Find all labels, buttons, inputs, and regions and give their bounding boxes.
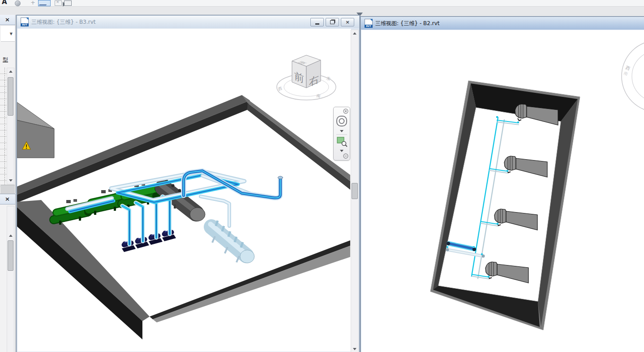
properties-footer-band (0, 185, 15, 194)
rvt-file-icon: RVT (21, 17, 29, 26)
browser-panel-titlebar[interactable]: × (0, 194, 15, 204)
font-tool-icon[interactable]: A (2, 0, 7, 6)
b2-viewcube-compass-partial[interactable]: 西 南 (622, 40, 644, 112)
project-browser-panel-clipped: × (0, 194, 16, 352)
delete-region-tool-icon[interactable]: × (55, 0, 62, 6)
viewcube[interactable]: 西 南 东 顶 前 右 (277, 55, 336, 100)
add-tool-icon[interactable]: + (30, 0, 35, 6)
restore-button[interactable] (326, 18, 339, 26)
scroll-down-button[interactable] (7, 177, 14, 184)
b2-3d-viewport[interactable]: 西 南 (361, 30, 644, 352)
rvt-badge: RVT (365, 25, 373, 28)
rvt-badge: RVT (21, 23, 29, 26)
b3-3d-viewport[interactable]: 西 南 东 顶 前 右 (17, 30, 351, 352)
close-button[interactable]: × (341, 18, 354, 26)
compass-south-label[interactable]: 南 (316, 93, 321, 99)
b3-titlebar[interactable]: RVT 三维视图: {三维} - B3.rvt × (17, 16, 359, 28)
scrollbar-thumb[interactable] (8, 240, 13, 271)
page-fold-icon (26, 17, 29, 20)
b2-compass-label-2: 南 (623, 71, 628, 77)
b2-titlebar[interactable]: RVT 三维视图: {三维} - B2.rvt (361, 17, 644, 30)
b2-window-title: 三维视图: {三维} - B2.rvt (375, 20, 440, 27)
zoom-menu-chevron[interactable] (340, 150, 343, 152)
compass-east-label[interactable]: 东 (325, 75, 331, 82)
compass-west-label[interactable]: 西 (278, 86, 283, 91)
paste-region-tool-icon[interactable] (64, 0, 72, 6)
b2-compass-label: 西 (625, 65, 631, 71)
scroll-up-button[interactable] (351, 30, 358, 37)
measure-tool-icon-selected[interactable] (38, 0, 51, 6)
property-grid-rows (0, 68, 7, 191)
b3-vertical-scrollbar[interactable] (351, 30, 359, 352)
rvt-file-icon: RVT (365, 19, 373, 28)
wheel-menu-chevron[interactable] (340, 130, 343, 132)
edit-type-link[interactable]: 型 (3, 56, 8, 64)
type-selector-combobox[interactable]: ▼ (1, 26, 15, 42)
page-fold-icon (370, 19, 373, 22)
scroll-up-button[interactable] (7, 232, 14, 239)
properties-close-button[interactable]: × (3, 16, 12, 23)
property-grid-divider (4, 68, 5, 191)
ribbon-toolbar-clipped: A + × (0, 0, 644, 7)
zoom-tool-icon[interactable] (337, 137, 347, 147)
navbar-collapse-icon[interactable] (343, 154, 348, 158)
properties-panel-clipped: × ▼ 型 (0, 15, 16, 193)
minimize-button[interactable] (310, 18, 324, 26)
browser-close-button[interactable]: × (3, 195, 12, 203)
properties-panel-titlebar[interactable]: × (0, 15, 15, 25)
scrollbar-thumb[interactable] (352, 183, 358, 199)
properties-scrollbar[interactable] (7, 68, 14, 184)
navbar-close-icon[interactable] (343, 109, 348, 113)
steering-wheel-icon[interactable] (337, 116, 347, 126)
b3-window-title: 三维视图: {三维} - B3.rvt (31, 18, 96, 26)
scroll-down-button[interactable] (351, 346, 358, 352)
orbit-tool-icon[interactable] (15, 0, 21, 6)
revit-mdi-workspace: { "toolbar": { "a_glyph": "A" }, "side_p… (0, 0, 644, 352)
navigation-bar (333, 107, 350, 161)
chevron-down-icon: ▼ (10, 32, 13, 36)
browser-scrollbar[interactable] (7, 206, 14, 352)
scrollbar-thumb[interactable] (8, 77, 13, 116)
light-blue-tank[interactable] (210, 221, 254, 263)
scroll-up-button[interactable] (7, 68, 14, 75)
